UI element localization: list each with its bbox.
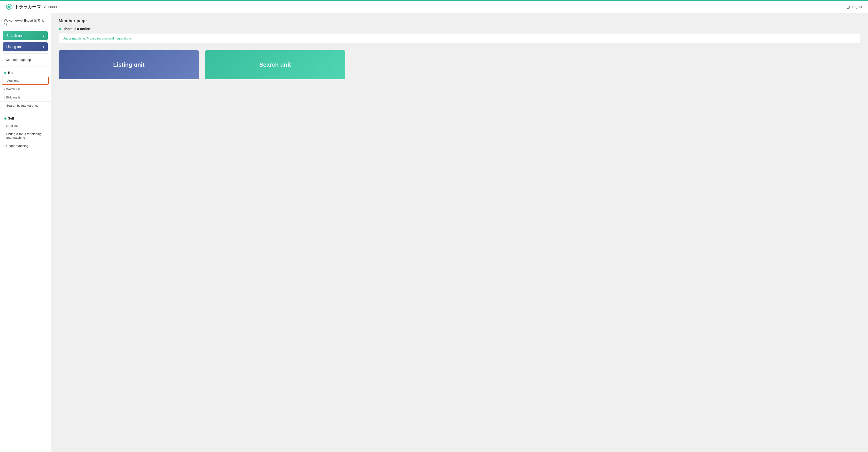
sidebar-item-auctions[interactable]: › Auctions xyxy=(2,77,49,85)
sell-diamond-icon: ◆ xyxy=(4,116,6,120)
sidebar-item-watch-list[interactable]: › Watch list xyxy=(0,85,51,93)
sidebar-item-under-matching[interactable]: › Under matching xyxy=(0,142,51,150)
watch-list-label: Watch list xyxy=(6,87,20,91)
notice-header: ◆ There is a notice xyxy=(59,27,860,31)
sidebar-divider-1 xyxy=(3,53,48,54)
sidebar: WelcomeAAA Export 業者 太郎 Search unit › Li… xyxy=(0,12,51,452)
layout: WelcomeAAA Export 業者 太郎 Search unit › Li… xyxy=(0,12,868,452)
listing-unit-arrow-icon: › xyxy=(43,45,44,49)
member-page-top-label: Member page top xyxy=(6,58,31,62)
listing-btn-label: Listing unit xyxy=(113,61,144,68)
sidebar-item-bidding-list[interactable]: › Bidding list xyxy=(0,93,51,102)
sidebar-item-draft-list[interactable]: › Draft list xyxy=(0,122,51,130)
watch-list-arrow-icon: › xyxy=(4,88,5,91)
under-matching-label: Under matching xyxy=(6,144,29,148)
bid-label: Bid xyxy=(8,71,13,75)
logout-icon xyxy=(847,5,850,9)
search-by-market-price-arrow-icon: › xyxy=(4,104,5,107)
account-label: Account xyxy=(44,5,57,9)
auctions-label: Auctions xyxy=(7,79,20,82)
sell-label: Sell xyxy=(8,116,14,120)
notice-label: There is a notice xyxy=(63,27,90,31)
page-title: Member page xyxy=(59,19,860,24)
draft-list-arrow-icon: › xyxy=(4,124,5,127)
sidebar-item-listing-status[interactable]: › Listing /Status for bidding and matchi… xyxy=(0,130,51,142)
logout-label: Logout xyxy=(852,5,862,9)
member-page-top-arrow-icon: › xyxy=(4,58,5,61)
search-unit-label: Search unit xyxy=(6,34,24,37)
bidding-list-arrow-icon: › xyxy=(4,96,5,99)
listing-status-arrow-icon: › xyxy=(4,134,5,137)
logo-icon xyxy=(6,3,12,10)
listing-unit-label: Listing unit xyxy=(6,45,23,49)
sidebar-divider-2 xyxy=(3,66,48,66)
bidding-list-label: Bidding list xyxy=(6,95,22,99)
sidebar-item-search-by-market-price[interactable]: › Search by market price xyxy=(0,102,51,110)
bid-section-label: ◆ Bid xyxy=(0,68,51,76)
action-grid: Listing unit Search unit xyxy=(59,50,860,79)
sidebar-divider-3 xyxy=(3,112,48,112)
draft-list-label: Draft list xyxy=(6,124,18,128)
notice-diamond-icon: ◆ xyxy=(59,27,61,31)
notice-box: Under matching. Please recommend negotia… xyxy=(59,33,860,44)
search-unit-arrow-icon: › xyxy=(43,33,44,38)
notice-link[interactable]: Under matching. Please recommend negotia… xyxy=(63,37,132,40)
listing-unit-main-button[interactable]: Listing unit xyxy=(59,50,199,79)
logo-text: トラッカーズ xyxy=(14,4,41,10)
search-by-market-price-label: Search by market price xyxy=(6,104,39,107)
sidebar-welcome: WelcomeAAA Export 業者 太郎 xyxy=(0,17,51,31)
listing-status-label: Listing /Status for bidding and matching xyxy=(6,132,47,139)
header: トラッカーズ Account Logout xyxy=(0,0,868,12)
logout-button[interactable]: Logout xyxy=(847,5,862,9)
main-content: Member page ◆ There is a notice Under ma… xyxy=(51,12,868,452)
logo: トラッカーズ Account xyxy=(6,3,57,10)
search-btn-label: Search unit xyxy=(259,61,291,68)
search-unit-main-button[interactable]: Search unit xyxy=(205,50,345,79)
listing-unit-sidebar-button[interactable]: Listing unit › xyxy=(3,42,48,51)
auctions-arrow-icon: › xyxy=(5,79,6,82)
under-matching-arrow-icon: › xyxy=(4,144,5,147)
bid-diamond-icon: ◆ xyxy=(4,71,6,75)
sell-section-label: ◆ Sell xyxy=(0,114,51,122)
search-unit-sidebar-button[interactable]: Search unit › xyxy=(3,31,48,40)
sidebar-item-member-page-top[interactable]: › Member page top xyxy=(0,56,51,64)
